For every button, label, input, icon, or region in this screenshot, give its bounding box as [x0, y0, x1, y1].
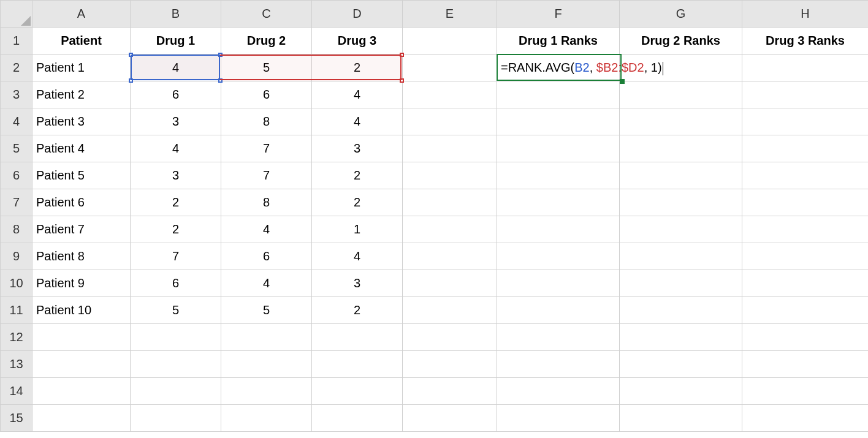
column-header-H[interactable]: H — [742, 1, 869, 28]
cell-G11[interactable] — [620, 297, 742, 324]
cell-D2[interactable]: 2 — [312, 55, 403, 81]
cell-G7[interactable] — [620, 189, 742, 216]
fill-handle[interactable] — [620, 79, 625, 84]
cell-C4[interactable]: 8 — [221, 108, 312, 135]
cell-C10[interactable]: 4 — [221, 270, 312, 297]
cell-H15[interactable] — [742, 405, 869, 432]
row-header-9[interactable]: 9 — [1, 243, 32, 270]
cell-H1[interactable]: Drug 3 Ranks — [742, 28, 869, 55]
cell-H10[interactable] — [742, 270, 869, 297]
cell-D3[interactable]: 4 — [312, 81, 403, 108]
cell-C12[interactable] — [221, 324, 312, 351]
cell-H6[interactable] — [742, 162, 869, 189]
cell-F1[interactable]: Drug 1 Ranks — [497, 28, 620, 55]
cell-G4[interactable] — [620, 108, 742, 135]
cell-E5[interactable] — [403, 135, 497, 162]
range-handle[interactable] — [400, 78, 404, 83]
cell-G1[interactable]: Drug 2 Ranks — [620, 28, 742, 55]
cell-F14[interactable] — [497, 378, 620, 405]
row-header-12[interactable]: 12 — [1, 324, 32, 351]
select-all-corner[interactable] — [1, 1, 32, 28]
cell-B14[interactable] — [131, 378, 221, 405]
cell-F3[interactable] — [497, 81, 620, 108]
cell-A2[interactable]: Patient 1 — [32, 55, 131, 81]
range-handle[interactable] — [218, 78, 223, 83]
cell-A8[interactable]: Patient 7 — [32, 216, 131, 243]
cell-H7[interactable] — [742, 189, 869, 216]
row-header-10[interactable]: 10 — [1, 270, 32, 297]
cell-F4[interactable] — [497, 108, 620, 135]
row-header-3[interactable]: 3 — [1, 81, 32, 108]
row-header-6[interactable]: 6 — [1, 162, 32, 189]
cell-H14[interactable] — [742, 378, 869, 405]
cell-A5[interactable]: Patient 4 — [32, 135, 131, 162]
cell-A10[interactable]: Patient 9 — [32, 270, 131, 297]
cell-F2[interactable]: =RANK.AVG(B2, $B2:$D2, 1) — [497, 55, 620, 81]
cell-C9[interactable]: 6 — [221, 243, 312, 270]
cell-A4[interactable]: Patient 3 — [32, 108, 131, 135]
cell-C3[interactable]: 6 — [221, 81, 312, 108]
cell-B1[interactable]: Drug 1 — [131, 28, 221, 55]
cell-C8[interactable]: 4 — [221, 216, 312, 243]
cell-G5[interactable] — [620, 135, 742, 162]
cell-F15[interactable] — [497, 405, 620, 432]
cell-D8[interactable]: 1 — [312, 216, 403, 243]
cell-E15[interactable] — [403, 405, 497, 432]
row-header-7[interactable]: 7 — [1, 189, 32, 216]
range-handle[interactable] — [218, 53, 223, 57]
cell-E13[interactable] — [403, 351, 497, 378]
cell-E2[interactable] — [403, 55, 497, 81]
cell-H3[interactable] — [742, 81, 869, 108]
cell-A14[interactable] — [32, 378, 131, 405]
cell-H11[interactable] — [742, 297, 869, 324]
cell-C13[interactable] — [221, 351, 312, 378]
cell-E4[interactable] — [403, 108, 497, 135]
cell-C7[interactable]: 8 — [221, 189, 312, 216]
cell-D10[interactable]: 3 — [312, 270, 403, 297]
cell-F5[interactable] — [497, 135, 620, 162]
cell-D13[interactable] — [312, 351, 403, 378]
cell-B5[interactable]: 4 — [131, 135, 221, 162]
cell-B15[interactable] — [131, 405, 221, 432]
row-header-15[interactable]: 15 — [1, 405, 32, 432]
column-header-G[interactable]: G — [620, 1, 742, 28]
cell-A12[interactable] — [32, 324, 131, 351]
cell-D9[interactable]: 4 — [312, 243, 403, 270]
cell-G6[interactable] — [620, 162, 742, 189]
cell-B11[interactable]: 5 — [131, 297, 221, 324]
cell-F7[interactable] — [497, 189, 620, 216]
column-header-D[interactable]: D — [312, 1, 403, 28]
cell-G2[interactable] — [620, 55, 742, 81]
row-header-11[interactable]: 11 — [1, 297, 32, 324]
cell-B4[interactable]: 3 — [131, 108, 221, 135]
column-header-E[interactable]: E — [403, 1, 497, 28]
cell-H9[interactable] — [742, 243, 869, 270]
cell-C14[interactable] — [221, 378, 312, 405]
cell-G14[interactable] — [620, 378, 742, 405]
row-header-4[interactable]: 4 — [1, 108, 32, 135]
cell-B9[interactable]: 7 — [131, 243, 221, 270]
range-handle[interactable] — [400, 53, 404, 57]
cell-F12[interactable] — [497, 324, 620, 351]
cell-D1[interactable]: Drug 3 — [312, 28, 403, 55]
cell-C11[interactable]: 5 — [221, 297, 312, 324]
cell-C6[interactable]: 7 — [221, 162, 312, 189]
cell-C5[interactable]: 7 — [221, 135, 312, 162]
cell-C15[interactable] — [221, 405, 312, 432]
cell-E3[interactable] — [403, 81, 497, 108]
cell-B12[interactable] — [131, 324, 221, 351]
cell-F8[interactable] — [497, 216, 620, 243]
cell-G15[interactable] — [620, 405, 742, 432]
column-header-F[interactable]: F — [497, 1, 620, 28]
cell-E12[interactable] — [403, 324, 497, 351]
cell-D4[interactable]: 4 — [312, 108, 403, 135]
cell-H12[interactable] — [742, 324, 869, 351]
cell-F13[interactable] — [497, 351, 620, 378]
cell-F11[interactable] — [497, 297, 620, 324]
cell-D5[interactable]: 3 — [312, 135, 403, 162]
cell-A13[interactable] — [32, 351, 131, 378]
cell-H8[interactable] — [742, 216, 869, 243]
cell-B13[interactable] — [131, 351, 221, 378]
cell-E8[interactable] — [403, 216, 497, 243]
cell-D7[interactable]: 2 — [312, 189, 403, 216]
